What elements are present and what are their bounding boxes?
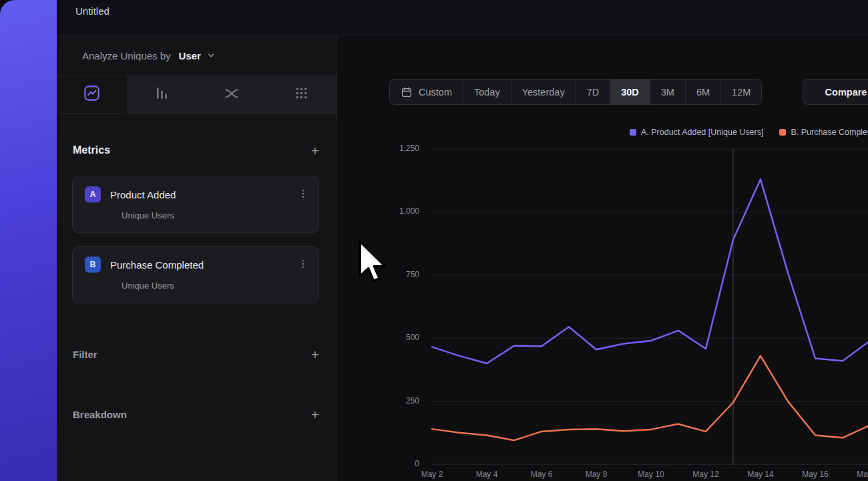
- series-badge-b: B: [85, 257, 101, 273]
- line-chart-icon: [83, 84, 101, 105]
- add-metric-button[interactable]: +: [311, 144, 319, 158]
- breakdown-title: Breakdown: [73, 409, 127, 420]
- metric-card-b[interactable]: B Purchase Completed Unique Users: [72, 246, 319, 303]
- series-badge-a: A: [85, 186, 101, 202]
- metrics-title: Metrics: [73, 144, 110, 156]
- app-window: Untitled Analyze Uniques by User: [0, 0, 868, 481]
- add-filter-button[interactable]: +: [311, 347, 319, 361]
- chevron-down-icon: [206, 51, 216, 60]
- x-tick-label: May 6: [519, 470, 564, 479]
- x-tick-label: May 2: [409, 470, 455, 479]
- x-tick-label: May 18: [847, 470, 868, 479]
- kebab-menu-icon[interactable]: [298, 188, 308, 202]
- analyze-by-control[interactable]: Analyze Uniques by User: [57, 35, 337, 75]
- x-tick-label: May 16: [793, 470, 838, 479]
- x-tick-label: May 8: [574, 470, 619, 479]
- content: Analyze Uniques by User: [57, 35, 868, 481]
- analytics-app: Untitled Analyze Uniques by User: [57, 0, 868, 481]
- dot-grid-icon: [293, 85, 310, 104]
- metric-name[interactable]: Purchase Completed: [110, 259, 204, 271]
- flows-icon: [223, 85, 240, 105]
- metric-measurement[interactable]: Unique Users: [122, 281, 308, 291]
- kebab-menu-icon[interactable]: [298, 259, 308, 272]
- x-tick-label: May 10: [628, 470, 674, 479]
- metrics-section-header: Metrics +: [73, 140, 319, 160]
- analyze-by-value[interactable]: User: [179, 50, 201, 61]
- filter-section-header: Filter +: [57, 346, 337, 362]
- breakdown-section-header: Breakdown +: [57, 406, 337, 422]
- filter-title: Filter: [73, 349, 97, 360]
- query-builder-sidebar: Analyze Uniques by User: [57, 35, 337, 481]
- tab-retention[interactable]: [266, 76, 337, 113]
- analyze-by-label: Analyze Uniques by: [82, 50, 171, 61]
- tab-flows[interactable]: [197, 76, 267, 113]
- report-type-tabs: [57, 75, 337, 114]
- background-gradient-strip: [0, 0, 57, 481]
- x-tick-label: May 4: [464, 470, 509, 479]
- metric-measurement[interactable]: Unique Users: [122, 210, 308, 220]
- tab-funnels[interactable]: [127, 76, 197, 113]
- chart-panel: Custom Today Yesterday 7D 30D 3M 6M 12M …: [337, 35, 868, 481]
- bar-chart-icon: [154, 85, 170, 104]
- x-tick-label: May 12: [683, 470, 728, 479]
- report-title[interactable]: Untitled: [57, 0, 868, 35]
- add-breakdown-button[interactable]: +: [311, 408, 319, 422]
- metric-name[interactable]: Product Added: [110, 189, 176, 200]
- x-axis-labels: May 2May 4May 6May 8May 10May 12May 14Ma…: [337, 35, 868, 481]
- tab-insights[interactable]: [57, 76, 127, 113]
- x-tick-label: May 14: [738, 470, 783, 479]
- metric-card-a[interactable]: A Product Added Unique Users: [72, 176, 319, 233]
